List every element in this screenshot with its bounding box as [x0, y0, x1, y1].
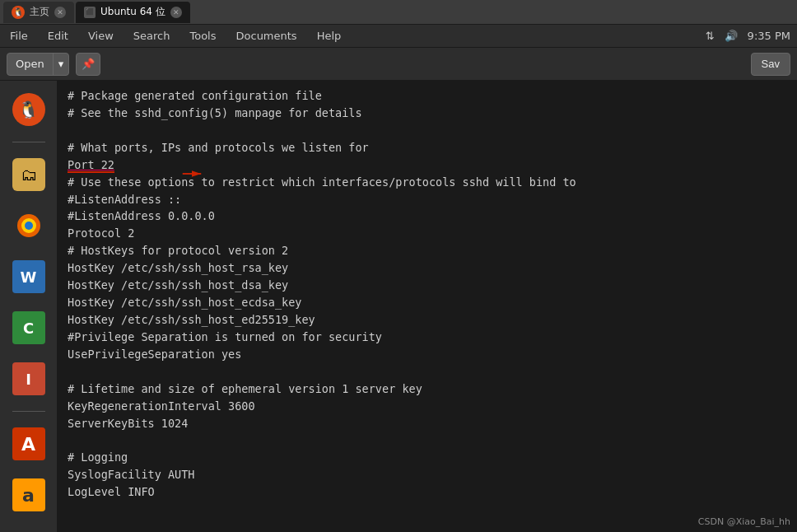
save-button[interactable]: Sav: [751, 53, 790, 76]
line-4: # What ports, IPs and protocols we liste…: [68, 141, 369, 154]
editor-content[interactable]: # Package generated configuration file #…: [58, 81, 797, 507]
line-11: HostKey /etc/ssh/ssh_host_rsa_key: [68, 261, 288, 274]
sidebar-item-firefox[interactable]: [7, 203, 51, 248]
open-button-label: Open: [7, 58, 53, 70]
home-tab-close[interactable]: ✕: [54, 7, 66, 18]
amazon-icon: a: [12, 478, 45, 511]
line-24: LogLevel INFO: [68, 485, 155, 498]
line-15: #Privilege Separation is turned on for s…: [68, 330, 382, 343]
sidebar-item-writer[interactable]: W: [7, 254, 51, 299]
line-22: # Logging: [68, 450, 128, 464]
line-6: # Use these options to restrict which in…: [68, 175, 576, 189]
line-23: SyslogFacility AUTH: [68, 468, 194, 481]
home-tab-label: 主页: [30, 5, 49, 19]
ubuntu-tab[interactable]: ⬛ Ubuntu 64 位 ✕: [76, 2, 190, 23]
menu-tools[interactable]: Tools: [186, 28, 219, 44]
open-dropdown-arrow[interactable]: ▾: [53, 54, 69, 75]
line-20: ServerKeyBits 1024: [68, 417, 188, 430]
ubuntu-tab-label: Ubuntu 64 位: [100, 5, 165, 19]
svg-point-2: [25, 222, 33, 230]
ubuntu-tab-close[interactable]: ✕: [170, 7, 182, 18]
pin-button[interactable]: 📌: [76, 53, 100, 76]
line-7: #ListenAddress ::: [68, 193, 181, 206]
sidebar-item-ubuntu[interactable]: 🐧: [7, 87, 51, 132]
clock: 9:35 PM: [748, 30, 790, 42]
menu-edit[interactable]: Edit: [44, 28, 72, 44]
sidebar-divider-1: [12, 142, 45, 142]
sidebar-divider-2: [12, 411, 45, 412]
line-1: # Package generated configuration file: [68, 89, 322, 102]
menu-search[interactable]: Search: [130, 28, 174, 44]
port-22-highlight: Port 22: [68, 158, 114, 173]
appstore-icon: A: [12, 427, 45, 460]
title-bar: 🐧 主页 ✕ ⬛ Ubuntu 64 位 ✕: [0, 0, 797, 25]
main-layout: 🐧 🗂 W C I A a: [0, 81, 797, 532]
menu-documents[interactable]: Documents: [233, 28, 301, 44]
sidebar-item-files[interactable]: 🗂: [7, 152, 51, 197]
sidebar-item-amazon[interactable]: a: [7, 473, 51, 517]
calc-icon: C: [12, 311, 45, 344]
writer-icon: W: [12, 260, 45, 293]
watermark: CSDN @Xiao_Bai_hh: [698, 516, 790, 527]
line-14: HostKey /etc/ssh/ssh_host_ed25519_key: [68, 313, 315, 326]
menu-bar: File Edit View Search Tools Documents He…: [0, 25, 797, 48]
line-8: #ListenAddress 0.0.0.0: [68, 209, 215, 222]
ubuntu-icon: 🐧: [12, 93, 45, 126]
line-13: HostKey /etc/ssh/ssh_host_ecdsa_key: [68, 296, 301, 309]
open-button[interactable]: Open ▾: [7, 53, 69, 76]
volume-icon: 🔊: [725, 30, 738, 42]
toolbar: Open ▾ 📌 Sav: [0, 48, 797, 81]
ubuntu-logo-icon: 🐧: [12, 6, 25, 19]
line-18: # Lifetime and size of ephemeral version…: [68, 382, 422, 395]
sort-icon: ⇅: [706, 30, 715, 42]
pin-icon: 📌: [82, 58, 95, 70]
menu-help[interactable]: Help: [314, 28, 345, 44]
line-10: # HostKeys for protocol version 2: [68, 244, 288, 257]
sidebar: 🐧 🗂 W C I A a: [0, 81, 58, 532]
system-tray: ⇅ 🔊 9:35 PM: [706, 30, 790, 42]
menu-view[interactable]: View: [85, 28, 117, 44]
sidebar-item-impress[interactable]: I: [7, 357, 51, 401]
line-12: HostKey /etc/ssh/ssh_host_dsa_key: [68, 278, 288, 292]
files-icon: 🗂: [12, 158, 45, 191]
firefox-icon: [12, 209, 45, 242]
editor-area: # Package generated configuration file #…: [58, 81, 797, 532]
line-19: KeyRegenerationInterval 3600: [68, 399, 255, 413]
line-16: UsePrivilegeSeparation yes: [68, 348, 241, 361]
impress-icon: I: [12, 362, 45, 395]
line-2: # See the sshd_config(5) manpage for det…: [68, 106, 362, 119]
sidebar-item-calc[interactable]: C: [7, 306, 51, 350]
terminal-icon: ⬛: [84, 7, 96, 18]
home-tab[interactable]: 🐧 主页 ✕: [3, 2, 74, 23]
line-9: Protocol 2: [68, 226, 134, 240]
sidebar-item-appstore[interactable]: A: [7, 422, 51, 466]
line-5: Port 22: [68, 158, 114, 173]
menu-file[interactable]: File: [7, 28, 31, 44]
